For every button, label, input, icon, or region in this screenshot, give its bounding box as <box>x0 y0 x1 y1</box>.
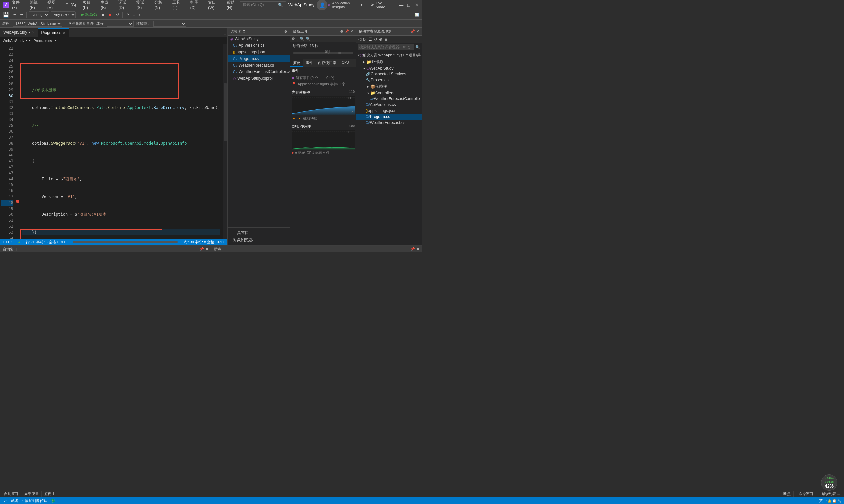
code-editor[interactable]: //单版本显示 options.IncludeXmlComments(Path.… <box>20 44 223 239</box>
auto-pin-icon[interactable]: 📌 <box>200 247 204 251</box>
stop-btn[interactable]: ⏹ <box>107 11 114 18</box>
file-item-csproj[interactable]: ⬡ WebApiStudy.csproj <box>228 75 290 82</box>
toolbar-redo[interactable]: ↪ <box>19 11 24 18</box>
se-apiversions[interactable]: C# ApiVersions.cs <box>356 102 422 108</box>
lifecycle-btn[interactable]: ▼生命周期事件 <box>68 21 93 26</box>
se-collapse-icon[interactable]: ⊟ <box>384 36 389 42</box>
menu-debug[interactable]: 调试(D) <box>117 0 131 11</box>
menu-edit[interactable]: 编辑(E) <box>28 0 42 11</box>
toolbar-undo[interactable]: ↩ <box>12 11 17 18</box>
bp-close-icon[interactable]: ✕ <box>416 247 419 251</box>
platform-select[interactable]: Any CPU <box>51 11 76 18</box>
step-into[interactable]: ↓ <box>132 11 136 18</box>
diag-tab-summary[interactable]: 摘要 <box>291 59 303 67</box>
new-tab-btn[interactable]: + <box>224 31 226 37</box>
timeline-handle[interactable] <box>338 52 341 54</box>
diag-toolbar-btn1[interactable]: ⚙ <box>292 37 295 41</box>
close-button[interactable]: ✕ <box>414 2 419 8</box>
file-item-weatherforecast[interactable]: C# WeatherForecast.cs <box>228 62 290 69</box>
app-insights-btn[interactable]: ◈ Application Insights ▾ <box>327 1 363 9</box>
file-item-appsettings[interactable]: {} appsettings.json <box>228 49 290 55</box>
diag-toolbar-btn4[interactable]: 🔍 <box>306 37 310 41</box>
event-item-all[interactable]: ◆ 所有事件(0 个，共 0 个) <box>292 75 355 81</box>
se-appsettings[interactable]: {} appsettings.json <box>356 108 422 114</box>
items-settings-icon[interactable]: ⚙ <box>284 29 288 34</box>
diag-pin-icon[interactable]: 📌 <box>345 29 349 34</box>
se-search-btn[interactable]: 🔍 <box>415 44 421 50</box>
search-box[interactable]: 搜索 (Ctrl+Q) 🔍 <box>240 1 286 8</box>
se-properties[interactable]: 🔧 Properties <box>356 77 422 83</box>
se-weatherforecast-ctrl[interactable]: C# WeatherForecastControlle <box>356 96 422 102</box>
tab-webapi-close[interactable]: ✕ <box>32 31 34 34</box>
se-connected-services[interactable]: 🔗 Connected Services <box>356 71 422 77</box>
se-refresh-icon[interactable]: ↺ <box>373 36 378 42</box>
toolbar-save[interactable]: 💾 <box>1 11 11 18</box>
performance-btn[interactable]: 📊 <box>413 11 421 18</box>
diag-tab-memory[interactable]: 内存使用率 <box>315 59 339 67</box>
process-select[interactable]: [13632] WebApiStudy.exe <box>13 21 62 27</box>
bp-pin-icon[interactable]: 📌 <box>411 247 415 251</box>
diag-tab-cpu[interactable]: CPU <box>339 59 352 67</box>
continue-btn[interactable]: ▶ 继续(C) <box>80 11 98 18</box>
tab-program[interactable]: Program.cs ✕ <box>38 28 69 37</box>
file-item-program[interactable]: C# Program.cs <box>228 55 290 62</box>
menu-tools[interactable]: 工具(T) <box>171 0 185 11</box>
se-props-icon[interactable]: ☰ <box>367 36 373 42</box>
diag-close-icon[interactable]: ✕ <box>350 29 354 34</box>
diag-toolbar-btn3[interactable]: 🔍 <box>300 37 304 41</box>
file-item-webapi[interactable]: ◈ WebApiStudy <box>228 36 290 42</box>
se-back-icon[interactable]: ◁ <box>358 36 362 42</box>
menu-help[interactable]: 帮助(H) <box>225 0 240 11</box>
step-out[interactable]: ↑ <box>137 11 142 18</box>
menu-git[interactable]: Git(G) <box>64 2 77 8</box>
minimap-viewport[interactable] <box>224 83 227 141</box>
object-browser-item[interactable]: 对象浏览器 <box>230 236 288 244</box>
debug-mode-select[interactable]: Debug <box>29 11 49 18</box>
menu-test[interactable]: 测试(S) <box>135 0 149 11</box>
event-item-insights[interactable]: 📍 Application Insights 事件(0 个，... <box>292 81 355 87</box>
tab-webapi-dropdown[interactable]: ▾ <box>29 31 30 34</box>
snapshot-btn[interactable]: 🔸 🔸 截取快照 <box>292 115 355 122</box>
scrollbar-indicator[interactable] <box>73 241 177 243</box>
menu-view[interactable]: 视图(V) <box>46 0 60 11</box>
se-external-sources[interactable]: ▸ 📁 外部源 <box>356 58 422 65</box>
maximize-button[interactable]: □ <box>406 2 411 8</box>
diag-toolbar-btn2[interactable]: ↓ <box>296 37 298 41</box>
menu-file[interactable]: 文件(F) <box>11 0 24 11</box>
stacktrace-select[interactable] <box>153 21 186 27</box>
file-item-controller[interactable]: C# WeatherForecastController.cs <box>228 69 290 75</box>
editor-content[interactable]: 22 23 24 25 26 27 28 29 30 31 32 33 34 3… <box>0 44 227 239</box>
pause-btn[interactable]: ⏸ <box>100 11 106 18</box>
tool-window-item[interactable]: 工具窗口 <box>230 229 288 236</box>
menu-project[interactable]: 项目(P) <box>82 0 95 11</box>
menu-build[interactable]: 生成(B) <box>99 0 113 11</box>
user-avatar[interactable]: 👤 <box>317 0 327 10</box>
se-pin-icon[interactable]: 📌 <box>411 29 415 34</box>
minimize-button[interactable]: — <box>398 2 403 8</box>
se-dependencies[interactable]: ▸ 📦 依赖项 <box>356 83 422 90</box>
breadcrumb-dropdown[interactable]: ▾ <box>29 39 31 42</box>
se-filter-icon[interactable]: ⊕ <box>378 36 383 42</box>
menu-analyze[interactable]: 分析(N) <box>153 0 167 11</box>
se-forward-icon[interactable]: ▷ <box>363 36 367 42</box>
diag-settings-icon[interactable]: ⚙ <box>340 29 343 34</box>
menu-ext[interactable]: 扩展(X) <box>189 0 203 11</box>
se-close-icon[interactable]: ✕ <box>416 29 419 34</box>
record-cpu-btn[interactable]: ● ● 记录 CPU 配置文件 <box>292 149 355 156</box>
live-share-btn[interactable]: ⟳ Live Share <box>371 1 390 9</box>
file-item-apiversions[interactable]: C# ApiVersions.cs <box>228 42 290 49</box>
thread-select[interactable] <box>107 21 134 27</box>
se-program[interactable]: C# Program.cs <box>356 114 422 120</box>
step-over[interactable]: ↷ <box>125 11 130 18</box>
auto-close-icon[interactable]: ✕ <box>205 247 208 251</box>
se-weatherforecast[interactable]: C# WeatherForecast.cs <box>356 120 422 126</box>
restart-btn[interactable]: ↺ <box>115 11 120 18</box>
menu-window[interactable]: 窗口(W) <box>207 0 222 11</box>
tab-program-close[interactable]: ✕ <box>63 31 65 35</box>
se-webapi[interactable]: ▾ ⬡ WebApiStudy <box>356 65 422 71</box>
se-controllers[interactable]: ▾ 📁 Controllers <box>356 90 422 96</box>
se-search-input[interactable] <box>358 44 414 50</box>
tab-webapi[interactable]: WebApiStudy ▾ ✕ <box>0 28 38 37</box>
se-solution[interactable]: ▾ ⬡ 解决方案'WebApiStudy'(1 个项目/共 <box>356 52 422 58</box>
diag-tab-events[interactable]: 事件 <box>303 59 315 67</box>
